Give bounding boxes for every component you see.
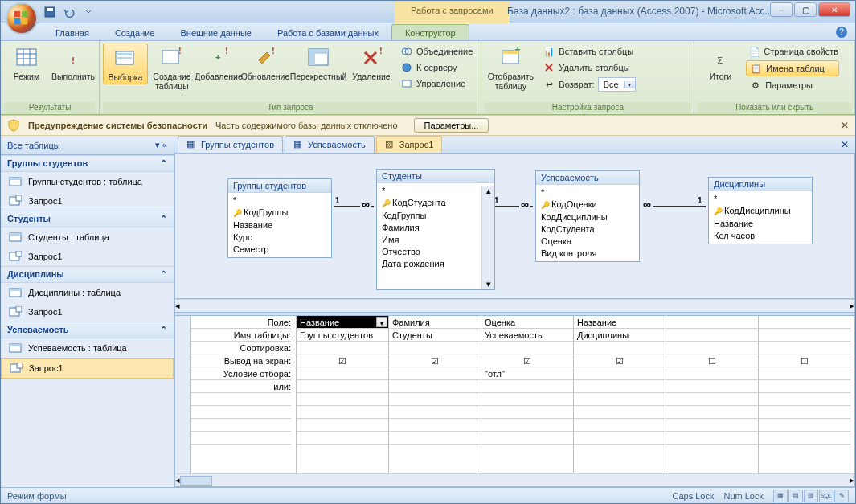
grid-column[interactable]: ☐	[666, 316, 758, 473]
tab-dbtools[interactable]: Работа с базами данных	[264, 25, 391, 40]
field-item[interactable]: Вид контроля	[541, 248, 634, 260]
diagram-hscroll[interactable]: ◂ ▸	[175, 299, 854, 312]
nav-item[interactable]: Запрос1	[1, 247, 174, 266]
doc-tab[interactable]: ▦Группы студентов	[178, 136, 283, 153]
view-button[interactable]: Режим	[4, 43, 49, 83]
maketable-button[interactable]: ! Создание таблицы	[149, 43, 195, 92]
field-cell[interactable]: Фамилия	[389, 316, 481, 329]
table-box[interactable]: Успеваемость*КодОценкиКодДисциплиныКодСт…	[535, 170, 640, 262]
crosstab-button[interactable]: Перекрестный	[289, 43, 347, 83]
sort-cell[interactable]	[297, 342, 388, 354]
datasheet-view-button[interactable]: ▦	[773, 490, 788, 502]
field-item[interactable]: Имя	[382, 234, 489, 246]
sort-cell[interactable]	[481, 342, 573, 354]
nav-group-header[interactable]: Группы студентов⌃	[1, 155, 174, 172]
nav-item[interactable]: Запрос1	[1, 358, 174, 379]
tab-create[interactable]: Создание	[102, 25, 168, 40]
show-checkbox[interactable]: ☑	[574, 354, 666, 367]
criteria-cell[interactable]	[666, 367, 758, 380]
nav-item[interactable]: Группы студентов : таблица	[1, 172, 174, 191]
deletecols-button[interactable]: Удалить столбцы	[539, 60, 689, 75]
field-cell[interactable]	[759, 316, 850, 329]
show-checkbox[interactable]: ☑	[389, 354, 481, 367]
table-cell[interactable]	[666, 329, 758, 342]
ddl-button[interactable]: Управление	[397, 76, 476, 91]
pivot-view-button[interactable]: ▤	[788, 490, 803, 502]
design-view-button[interactable]: ✎	[834, 490, 849, 502]
undo-button[interactable]	[62, 5, 76, 19]
totals-button[interactable]: Σ Итоги	[698, 43, 743, 83]
field-item[interactable]: Оценка	[541, 236, 634, 248]
grid-column[interactable]: ФамилияСтуденты☑	[388, 316, 481, 473]
doc-tab[interactable]: ▧Запрос1	[376, 136, 443, 153]
help-button[interactable]: ?	[836, 27, 847, 38]
dropdown-icon[interactable]: ▾	[376, 317, 387, 327]
insertcols-button[interactable]: 📊Вставить столбцы	[539, 44, 689, 59]
doc-close-button[interactable]: ✕	[841, 139, 849, 150]
table-box[interactable]: Группы студентов*КодГруппыНазваниеКурсСе…	[227, 178, 332, 258]
or-cell[interactable]	[574, 380, 666, 393]
table-cell[interactable]: Студенты	[389, 329, 481, 342]
nav-group-header[interactable]: Дисциплины⌃	[1, 266, 174, 283]
save-button[interactable]	[43, 5, 57, 19]
show-checkbox[interactable]: ☐	[759, 354, 850, 367]
grid-hscroll[interactable]: ◂ ▸	[175, 473, 854, 486]
field-item[interactable]: КодОценки	[541, 199, 634, 211]
sql-view-button[interactable]: SQL	[819, 490, 833, 502]
field-item[interactable]: КодГруппы	[233, 207, 326, 219]
nav-item[interactable]: Дисциплины : таблица	[1, 283, 174, 302]
show-checkbox[interactable]: ☐	[666, 354, 758, 367]
or-cell[interactable]	[759, 380, 850, 393]
field-cell[interactable]: Название▾	[297, 316, 388, 329]
or-cell[interactable]	[666, 380, 758, 393]
nav-item[interactable]: Студенты : таблица	[1, 227, 174, 247]
field-item[interactable]: Фамилия	[382, 222, 489, 234]
sort-cell[interactable]	[759, 342, 850, 354]
field-item[interactable]: Отчество	[382, 246, 489, 258]
show-checkbox[interactable]: ☑	[297, 354, 388, 367]
table-cell[interactable]	[759, 329, 850, 342]
sort-cell[interactable]	[574, 342, 666, 354]
show-checkbox[interactable]: ☑	[481, 354, 573, 367]
criteria-cell[interactable]: "отл"	[481, 367, 573, 380]
maximize-button[interactable]: ▢	[794, 2, 817, 17]
field-item[interactable]: КодДисциплины	[541, 211, 634, 223]
minimize-button[interactable]: ─	[770, 2, 793, 17]
field-item[interactable]: Семестр	[233, 244, 326, 256]
nav-item[interactable]: Запрос1	[1, 191, 174, 211]
table-cell[interactable]: Дисциплины	[574, 329, 666, 342]
sort-cell[interactable]	[389, 342, 481, 354]
tab-external[interactable]: Внешние данные	[168, 25, 264, 40]
or-cell[interactable]	[481, 380, 573, 393]
field-item[interactable]: Название	[714, 218, 807, 230]
field-item[interactable]: Дата рождения	[382, 258, 489, 270]
field-item[interactable]: Кол часов	[714, 230, 807, 242]
qat-customize[interactable]	[81, 5, 96, 19]
return-combo[interactable]: Все▾	[598, 77, 636, 92]
field-cell[interactable]: Название	[574, 316, 666, 329]
security-options-button[interactable]: Параметры...	[414, 118, 489, 133]
nav-item[interactable]: Запрос1	[1, 302, 174, 322]
field-item[interactable]: КодСтудента	[541, 223, 634, 236]
showtable-button[interactable]: + Отобразить таблицу	[485, 43, 536, 92]
criteria-cell[interactable]	[759, 367, 850, 380]
or-cell[interactable]	[297, 380, 388, 393]
criteria-cell[interactable]	[297, 367, 388, 380]
grid-column[interactable]: Название▾Группы студентов☑	[296, 316, 388, 473]
table-cell[interactable]: Группы студентов	[297, 329, 388, 342]
tab-design[interactable]: Конструктор	[391, 24, 469, 40]
office-button[interactable]	[6, 2, 38, 35]
nav-group-header[interactable]: Успеваемость⌃	[1, 322, 174, 338]
grid-column[interactable]: ОценкаУспеваемость☑"отл"	[481, 316, 573, 473]
field-item[interactable]: Название	[233, 219, 326, 232]
grid-column[interactable]: НазваниеДисциплины☑	[573, 316, 666, 473]
tablenames-button[interactable]: 📋Имена таблиц	[746, 60, 839, 76]
delete-button[interactable]: ! Удаление	[349, 43, 394, 83]
field-item[interactable]: КодСтудента	[382, 197, 489, 210]
table-box[interactable]: Студенты*КодСтудентаКодГруппыФамилияИмяО…	[376, 169, 495, 290]
update-button[interactable]: ! Обновление	[243, 43, 288, 83]
criteria-cell[interactable]	[574, 367, 666, 380]
params-button[interactable]: ⚙Параметры	[746, 78, 839, 92]
nav-item[interactable]: Успеваемость : таблица	[1, 338, 174, 358]
field-cell[interactable]: Оценка	[481, 316, 573, 329]
